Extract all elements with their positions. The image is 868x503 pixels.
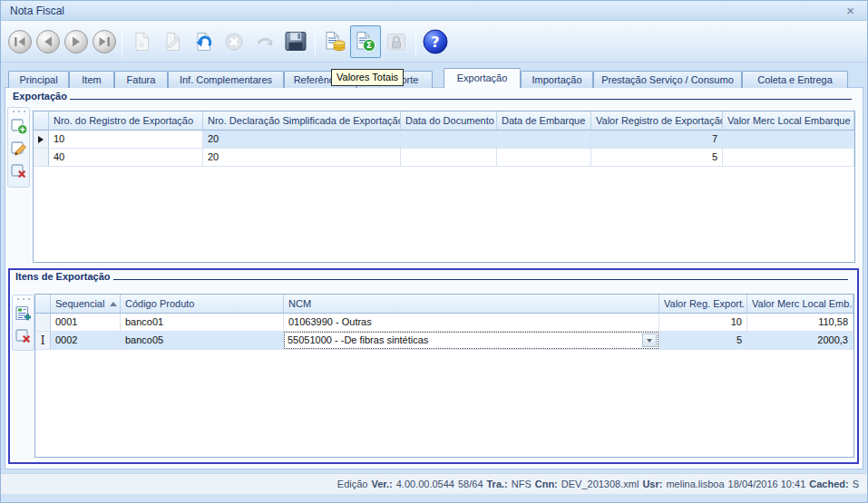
edit-document-button[interactable] [157, 25, 188, 58]
cell-nro-registro[interactable]: 40 [49, 149, 203, 167]
nav-last-icon [92, 29, 117, 54]
tab-coleta-e-entrega[interactable]: Coleta e Entrega [742, 71, 848, 88]
col-nro-registro[interactable]: Nro. do Registro de Exportação [49, 111, 203, 131]
cell-valor-merc[interactable] [723, 149, 854, 167]
tab-item[interactable]: Item [69, 71, 114, 88]
tab-fatura[interactable]: Fatura [114, 71, 168, 88]
document-sigma-icon: Σ [354, 30, 377, 53]
export-grid-header: Nro. do Registro de Exportação Nro. Decl… [34, 111, 854, 131]
add-row-icon [10, 117, 28, 135]
export-grid-row-1[interactable]: 10 20 7 [34, 131, 854, 149]
export-grid-toolbar [7, 107, 30, 188]
grid-empty-area [35, 350, 853, 457]
status-cached-label: Cached: [809, 479, 848, 489]
cell-valor-reg[interactable]: 10 [659, 314, 747, 332]
cell-codigo-produto[interactable]: banco01 [121, 314, 284, 332]
chevron-down-icon [647, 339, 652, 343]
col-valor-merc[interactable]: Valor Merc Local Embarque [723, 111, 854, 131]
col-data-embarque[interactable]: Data de Embarque [497, 111, 591, 131]
col-ncm[interactable]: NCM [284, 295, 659, 314]
cancel-button[interactable] [219, 25, 249, 58]
cell-sequencial[interactable]: 0001 [51, 314, 121, 332]
export-group-label: Exportação [13, 91, 853, 102]
redo-arrow-icon [254, 31, 276, 53]
sort-asc-icon [110, 302, 117, 306]
col-valor-registro[interactable]: Valor Registro de Exportação [591, 111, 723, 131]
cell-valor-merc[interactable]: 2000,3 [747, 332, 853, 350]
add-item-button[interactable] [15, 305, 33, 323]
save-button[interactable] [280, 25, 311, 58]
delete-item-button[interactable] [15, 327, 33, 345]
status-ver-value: 4.00.00.0544 [396, 479, 454, 489]
col-data-documento[interactable]: Data do Documento [401, 111, 497, 131]
lock-button[interactable] [381, 25, 412, 58]
cell-nro-registro[interactable]: 10 [49, 131, 203, 149]
cell-valor-registro[interactable]: 7 [591, 131, 723, 149]
col-codigo-produto[interactable]: Código Produto [121, 295, 284, 314]
toolbar-separator [122, 26, 122, 57]
toolbar-separator [415, 26, 416, 57]
tab-importacao[interactable]: Importação [521, 71, 593, 88]
export-group-title: Exportação [13, 91, 67, 102]
tab-inf-complementares[interactable]: Inf. Complementares [168, 71, 284, 88]
status-cached-value: S [853, 479, 859, 489]
valores-documento-button[interactable] [319, 25, 350, 58]
cell-data-documento[interactable] [401, 149, 497, 167]
cell-data-embarque[interactable] [497, 131, 591, 149]
cell-codigo-produto[interactable]: banco05 [121, 332, 284, 350]
tab-exportacao[interactable]: Exportação [444, 68, 521, 88]
redo-button[interactable] [249, 25, 280, 58]
delete-row-button[interactable] [10, 162, 28, 180]
cell-sequencial[interactable]: 0002 [51, 332, 121, 350]
header-row-selector [35, 295, 51, 314]
help-button[interactable]: ? [420, 25, 451, 58]
itens-group-label: Itens de Exportação [15, 271, 850, 282]
cell-ncm[interactable]: 01063990 - Outras [284, 314, 659, 332]
svg-text:Σ: Σ [366, 40, 373, 50]
row-indicator: I [35, 332, 51, 350]
tab-prestacao-servico-consumo[interactable]: Prestação Serviço / Consumo [593, 71, 742, 88]
col-valor-reg-export[interactable]: Valor Reg. Export. [659, 295, 747, 314]
edit-row-icon [10, 140, 28, 158]
col-nro-declaracao[interactable]: Nro. Declaração Simplificada de Exportaç… [203, 111, 401, 131]
nav-last-button[interactable] [90, 25, 118, 58]
ncm-dropdown-button[interactable] [642, 334, 657, 347]
cell-nro-declaracao[interactable]: 20 [203, 149, 401, 167]
tooltip-valores-totais: Valores Totais [331, 69, 404, 86]
itens-grid-row-1[interactable]: 0001 banco01 01063990 - Outras 10 110,58 [35, 314, 853, 332]
valores-totais-button[interactable]: Σ [350, 25, 381, 58]
tab-principal[interactable]: Principal [8, 71, 69, 88]
export-grid-row-2[interactable]: 40 20 5 [34, 149, 854, 167]
lock-icon [385, 31, 408, 53]
new-document-button[interactable] [126, 25, 157, 58]
ncm-combobox[interactable]: 55051000 - -De fibras sintéticas [284, 332, 658, 349]
status-cnn-label: Cnn: [535, 479, 558, 489]
add-row-button[interactable] [10, 117, 28, 135]
col-valor-merc-local[interactable]: Valor Merc Local Emb. [747, 295, 853, 314]
title-bar: Nota Fiscal × [1, 1, 867, 21]
edit-row-button[interactable] [10, 140, 28, 158]
nav-next-button[interactable] [62, 25, 90, 58]
cell-valor-reg[interactable]: 5 [659, 332, 747, 350]
cell-nro-declaracao[interactable]: 20 [203, 131, 401, 149]
close-icon[interactable]: × [843, 4, 858, 17]
nav-previous-button[interactable] [34, 25, 62, 58]
cell-data-documento[interactable] [401, 131, 497, 149]
ncm-combobox-value[interactable]: 55051000 - -De fibras sintéticas [285, 333, 641, 348]
cell-valor-registro[interactable]: 5 [591, 149, 723, 167]
cell-data-embarque[interactable] [497, 149, 591, 167]
cell-valor-merc[interactable] [723, 131, 854, 149]
undo-button[interactable] [188, 25, 219, 58]
itens-grid-row-2[interactable]: I 0002 banco05 55051000 - -De fibras sin… [35, 332, 853, 350]
save-floppy-icon [283, 29, 308, 53]
tab-page-exportacao: Exportação Nro. do Registro de Exportaçã… [5, 87, 863, 469]
cell-valor-merc[interactable]: 110,58 [747, 314, 853, 332]
col-sequencial[interactable]: Sequencial [51, 295, 121, 314]
itens-group-title: Itens de Exportação [15, 271, 111, 282]
status-ver-label: Ver.: [371, 479, 392, 489]
grid-empty-area [34, 167, 854, 262]
group-label-rule [113, 279, 848, 280]
edit-pencil-icon [161, 31, 183, 53]
nav-first-button[interactable] [5, 25, 34, 58]
status-bar: Edição Ver.: 4.00.00.0544 58/64 Tra.: NF… [1, 473, 867, 494]
